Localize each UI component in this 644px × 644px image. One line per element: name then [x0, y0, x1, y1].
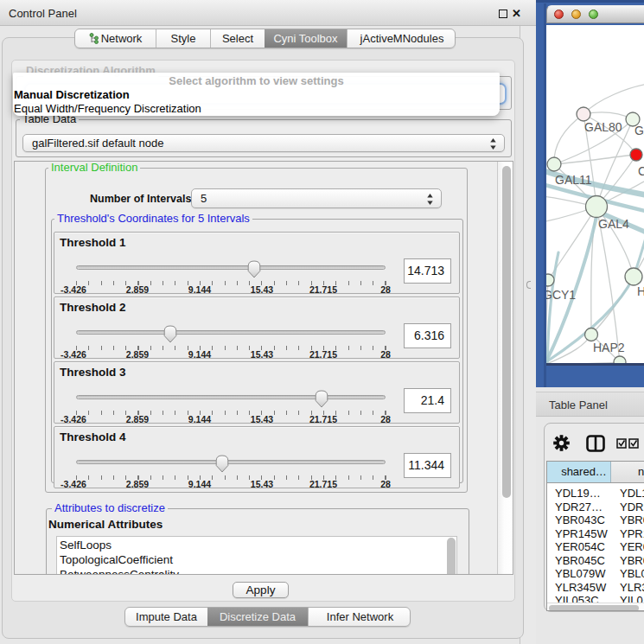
- svg-text:GAL80: GAL80: [584, 120, 622, 134]
- svg-text:GAL11: GAL11: [555, 173, 592, 187]
- svg-text:C: C: [638, 164, 644, 178]
- svg-text:GA: GA: [634, 124, 644, 137]
- svg-text:H: H: [637, 284, 644, 298]
- svg-text:HAP2: HAP2: [593, 341, 625, 354]
- svg-text:GCY1: GCY1: [546, 288, 576, 302]
- svg-text:GAL4: GAL4: [598, 217, 629, 231]
